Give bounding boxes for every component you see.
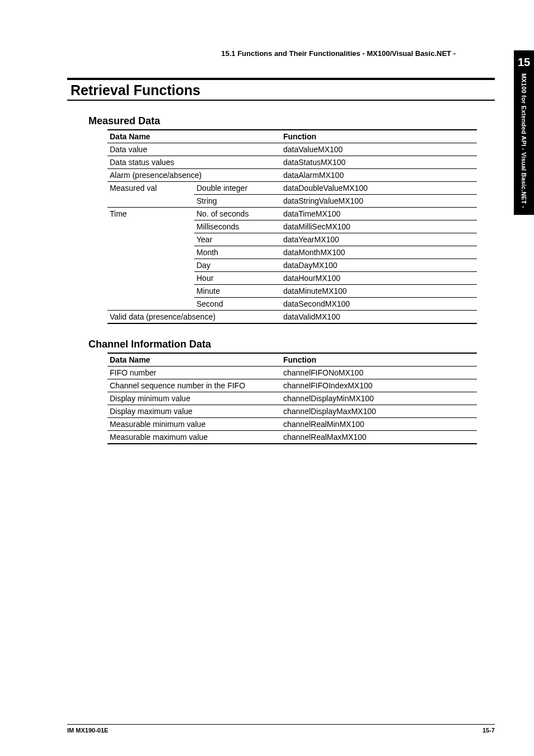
table-row: YeardataYearMX100 <box>107 233 477 246</box>
table-row: TimeNo. of secondsdataTimeMX100 <box>107 208 477 220</box>
table-row: Measurable minimum valuechannelRealMinMX… <box>107 418 477 431</box>
channel-info-table: Data Name Function FIFO numberchannelFIF… <box>107 353 477 444</box>
measured-data-table: Data Name Function Data valuedataValueMX… <box>107 129 477 324</box>
cell-function: channelFIFONoMX100 <box>281 367 477 379</box>
table-row: Channel sequence number in the FIFOchann… <box>107 379 477 392</box>
table-row: MinutedataMinuteMX100 <box>107 285 477 298</box>
cell-data-name <box>107 285 194 298</box>
footer-page-number: 15-7 <box>483 727 495 734</box>
cell-data-name <box>107 195 194 208</box>
cell-data-name: Data status values <box>107 156 281 169</box>
cell-data-name <box>107 233 194 246</box>
cell-data-name: Data value <box>107 143 281 156</box>
cell-function: dataDayMX100 <box>281 259 477 272</box>
cell-function: dataSecondMX100 <box>281 298 477 311</box>
cell-data-name: Measurable maximum value <box>107 431 281 444</box>
cell-function: channelDisplayMinMX100 <box>281 392 477 405</box>
cell-data-name: Valid data (presence/absence) <box>107 311 281 324</box>
cell-sub: Hour <box>194 272 281 285</box>
table-row: Data status valuesdataStatusMX100 <box>107 156 477 169</box>
cell-sub: Day <box>194 259 281 272</box>
table-row: DaydataDayMX100 <box>107 259 477 272</box>
table-row: MillisecondsdataMilliSecMX100 <box>107 220 477 233</box>
cell-sub: Double integer <box>194 182 281 195</box>
col-header-function: Function <box>281 130 477 143</box>
cell-sub: Year <box>194 233 281 246</box>
cell-function: dataStatusMX100 <box>281 156 477 169</box>
table-row: Valid data (presence/absence)dataValidMX… <box>107 311 477 324</box>
cell-data-name: Measurable minimum value <box>107 418 281 431</box>
cell-data-name: Measured val <box>107 182 194 195</box>
cell-data-name <box>107 246 194 259</box>
table-row: SeconddataSecondMX100 <box>107 298 477 311</box>
running-head: 15.1 Functions and Their Functionalities… <box>67 49 456 58</box>
table-row: HourdataHourMX100 <box>107 272 477 285</box>
cell-data-name: Display minimum value <box>107 392 281 405</box>
cell-data-name: Channel sequence number in the FIFO <box>107 379 281 392</box>
cell-data-name: Display maximum value <box>107 405 281 418</box>
cell-function: channelDisplayMaxMX100 <box>281 405 477 418</box>
cell-sub: Milliseconds <box>194 220 281 233</box>
cell-data-name: Alarm (presence/absence) <box>107 169 281 182</box>
subsection-measured-data: Measured Data <box>88 115 495 127</box>
table-row: Alarm (presence/absence)dataAlarmMX100 <box>107 169 477 182</box>
cell-function: dataValueMX100 <box>281 143 477 156</box>
col-header-data-name: Data Name <box>107 353 281 367</box>
cell-function: channelRealMinMX100 <box>281 418 477 431</box>
cell-data-name: Time <box>107 208 194 220</box>
section-heading-block: Retrieval Functions <box>67 78 495 101</box>
cell-function: dataStringValueMX100 <box>281 195 477 208</box>
cell-function: dataMonthMX100 <box>281 246 477 259</box>
cell-function: channelRealMaxMX100 <box>281 431 477 444</box>
col-header-function: Function <box>281 353 477 367</box>
cell-data-name: FIFO number <box>107 367 281 379</box>
cell-function: dataValidMX100 <box>281 311 477 324</box>
cell-sub: Month <box>194 246 281 259</box>
table-row: StringdataStringValueMX100 <box>107 195 477 208</box>
cell-function: channelFIFOIndexMX100 <box>281 379 477 392</box>
cell-data-name <box>107 272 194 285</box>
table-row: Measurable maximum valuechannelRealMaxMX… <box>107 431 477 444</box>
cell-sub: Second <box>194 298 281 311</box>
cell-function: dataMilliSecMX100 <box>281 220 477 233</box>
page-title: Retrieval Functions <box>67 80 495 100</box>
cell-function: dataHourMX100 <box>281 272 477 285</box>
cell-function: dataTimeMX100 <box>281 208 477 220</box>
cell-sub: Minute <box>194 285 281 298</box>
cell-function: dataMinuteMX100 <box>281 285 477 298</box>
table-row: Display minimum valuechannelDisplayMinMX… <box>107 392 477 405</box>
table-row: MonthdataMonthMX100 <box>107 246 477 259</box>
cell-function: dataYearMX100 <box>281 233 477 246</box>
table-row: FIFO numberchannelFIFONoMX100 <box>107 367 477 379</box>
page-footer: IM MX190-01E 15-7 <box>67 724 495 734</box>
table-row: Data valuedataValueMX100 <box>107 143 477 156</box>
cell-function: dataDoubleValueMX100 <box>281 182 477 195</box>
cell-data-name <box>107 259 194 272</box>
cell-data-name <box>107 298 194 311</box>
footer-doc-id: IM MX190-01E <box>67 727 108 734</box>
table-row: Measured valDouble integerdataDoubleValu… <box>107 182 477 195</box>
subsection-channel-info: Channel Information Data <box>88 339 495 350</box>
cell-sub: String <box>194 195 281 208</box>
cell-data-name <box>107 220 194 233</box>
table-row: Display maximum valuechannelDisplayMaxMX… <box>107 405 477 418</box>
cell-sub: No. of seconds <box>194 208 281 220</box>
cell-function: dataAlarmMX100 <box>281 169 477 182</box>
col-header-data-name: Data Name <box>107 130 281 143</box>
